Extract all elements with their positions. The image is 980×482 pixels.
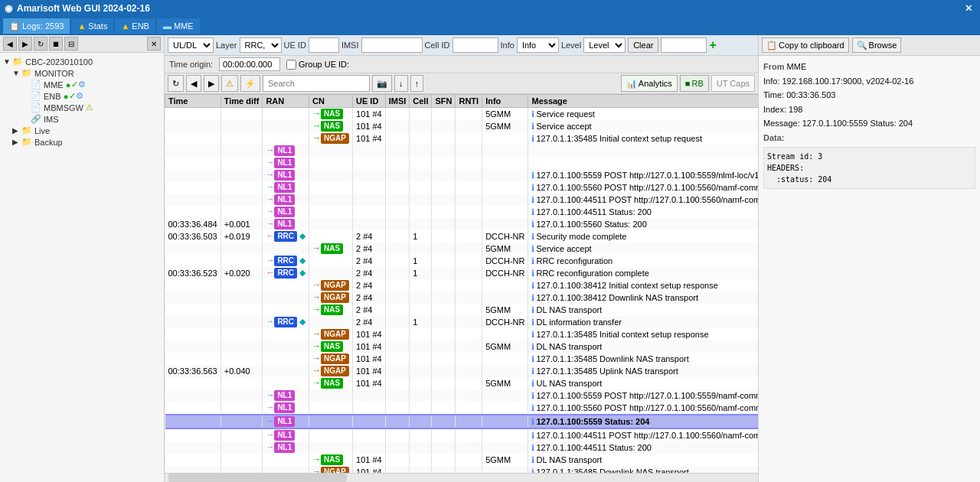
arrow-up-btn[interactable]: ↑ (410, 75, 424, 92)
table-row[interactable]: 00:33:36.503+0.019←RRC ◆2 #41DCCH-NRℹSec… (165, 230, 759, 243)
info-select[interactable]: Info (517, 37, 559, 53)
table-row[interactable]: →NAS101 #45GMMℹUL NAS transport (165, 377, 759, 389)
cell-ran (263, 279, 309, 291)
cell-id-input[interactable] (452, 37, 498, 53)
table-row[interactable]: →NAS2 #45GMMℹService accept (165, 243, 759, 255)
camera-btn[interactable]: 📷 (372, 75, 392, 92)
refresh-action-btn[interactable]: ↻ (168, 75, 184, 92)
clear-value-input[interactable] (661, 37, 707, 53)
alert-btn[interactable]: ⚡ (240, 75, 260, 92)
table-row[interactable]: →NGAP101 #4ℹ127.0.1.1:35485 Initial cont… (165, 328, 759, 340)
table-row[interactable]: 00:33:36.563+0.040→NGAP101 #4ℹ127.0.1.1:… (165, 365, 759, 377)
imsi-input[interactable] (361, 37, 423, 53)
next-btn[interactable]: ▶ (204, 75, 219, 92)
cell-ue-id: 2 #4 (353, 279, 386, 291)
sidebar-item-cbc[interactable]: ▼ 📁 CBC-2023010100 (0, 56, 164, 67)
collapse-btn[interactable]: ⊟ (64, 37, 78, 50)
cell-ue-id: 101 #4 (353, 454, 386, 466)
back-btn[interactable]: ◀ (3, 37, 17, 50)
table-row[interactable]: →NL1ℹ127.0.1.100:5560 POST http://127.0.… (165, 402, 759, 415)
table-row[interactable]: →NGAP101 #4ℹ127.0.1.1:35485 Downlink NAS… (165, 466, 759, 473)
cell-cell (410, 454, 432, 466)
analytics-btn[interactable]: 📊 Analytics (621, 75, 678, 92)
tab-logs[interactable]: 📋 Logs: 2593 (3, 18, 70, 34)
browse-btn[interactable]: 🔍 Browse (852, 37, 902, 53)
copy-to-clipboard-btn[interactable]: 📋 Copy to clipboard (762, 37, 849, 53)
cn-tag: NAS (321, 109, 343, 119)
info-icon: ℹ (531, 417, 534, 426)
table-row[interactable]: →NAS101 #45GMMℹDL NAS transport (165, 340, 759, 353)
group-ue-checkbox[interactable] (286, 60, 296, 70)
table-row[interactable]: 00:33:36.523+0.020←RRC ◆2 #41DCCH-NRℹRRC… (165, 267, 759, 279)
table-row[interactable]: →RRC ◆2 #41DCCH-NRℹDL information transf… (165, 316, 759, 328)
table-row[interactable]: →NAS2 #45GMMℹDL NAS transport (165, 304, 759, 316)
cell-ran (263, 340, 309, 353)
sidebar-item-mbmsgw[interactable]: 📄 MBMSGW ⚠ (0, 102, 164, 113)
table-row[interactable]: →NL1ℹ127.0.1.100:5559 Status: 204 (165, 415, 759, 428)
add-filter-btn[interactable]: + (709, 38, 716, 52)
cell-cn (309, 255, 353, 267)
arrow-down-btn[interactable]: ↓ (394, 75, 408, 92)
sidebar-item-enb[interactable]: 📄 ENB ● ✓ ⚙ (0, 90, 164, 102)
ut-caps-btn[interactable]: UT Caps (711, 75, 755, 92)
cell-imsi (385, 255, 410, 267)
table-row[interactable]: →NAS101 #45GMMℹService request (165, 108, 759, 121)
close-sidebar-btn[interactable]: ✕ (147, 37, 161, 50)
table-row[interactable]: →NAS101 #45GMMℹDL NAS transport (165, 454, 759, 466)
ue-id-input[interactable] (309, 37, 339, 53)
table-row[interactable]: →RRC ◆2 #41DCCH-NRℹRRC reconfiguration (165, 255, 759, 267)
cell-imsi (385, 389, 410, 402)
table-row[interactable]: →NL1ℹ127.0.1.100:44511 POST http://127.0… (165, 428, 759, 441)
table-row[interactable]: →NL1 (165, 157, 759, 169)
clear-btn[interactable]: Clear (628, 37, 658, 53)
table-row[interactable]: →NGAP101 #4ℹ127.0.1.1:35485 Downlink NAS… (165, 353, 759, 365)
layer-select[interactable]: RRC, (240, 37, 282, 53)
mode-select[interactable]: UL/DL (168, 37, 214, 53)
cell-rnti (456, 132, 482, 145)
cell-cn: →NAS (309, 243, 353, 255)
stop-btn[interactable]: ⏹ (49, 37, 63, 50)
cell-imsi (385, 377, 410, 389)
table-row[interactable]: →NGAP2 #4ℹ127.0.1.100:38412 Initial cont… (165, 279, 759, 291)
expand-icon: ▶ (12, 126, 21, 135)
cell-time (165, 428, 221, 441)
sidebar-item-ims[interactable]: 🔗 IMS (0, 113, 164, 125)
sidebar-item-mme[interactable]: 📄 MME ● ✓ ⚙ (0, 79, 164, 90)
table-row[interactable]: →NAS101 #45GMMℹService accept (165, 120, 759, 132)
table-row[interactable]: →NL1ℹ127.0.1.100:5559 POST http://127.0.… (165, 389, 759, 402)
cell-time-diff: +0.001 (220, 218, 263, 230)
cell-info: DCCH-NR (482, 316, 528, 328)
refresh-btn[interactable]: ↻ (34, 37, 47, 50)
tab-enb[interactable]: ▲ ENB (115, 18, 155, 34)
log-table[interactable]: Time Time diff RAN CN UE ID IMSI Cell SF… (165, 94, 758, 473)
rb-icon: ■ (685, 79, 691, 88)
sidebar-item-backup[interactable]: ▶ 📁 Backup (0, 136, 164, 148)
table-row[interactable]: 00:33:36.484+0.001→NL1ℹ127.0.1.100:5560 … (165, 218, 759, 230)
cell-time (165, 145, 221, 157)
sidebar-item-live[interactable]: ▶ 📁 Live (0, 125, 164, 136)
level-select[interactable]: Level (583, 37, 626, 53)
table-row[interactable]: →NL1ℹ127.0.1.100:44511 Status: 200 (165, 441, 759, 454)
cell-imsi (385, 206, 410, 218)
table-row[interactable]: →NL1ℹ127.0.1.100:44511 Status: 200 (165, 206, 759, 218)
table-row[interactable]: →NL1ℹ127.0.1.100:5559 POST http://127.0.… (165, 169, 759, 181)
tab-stats[interactable]: ▲ Stats (71, 18, 113, 34)
close-icon[interactable]: ✕ (962, 3, 975, 14)
prev-btn[interactable]: ◀ (186, 75, 201, 92)
cell-rnti (456, 206, 482, 218)
horizontal-scrollbar[interactable] (165, 473, 758, 482)
warning-btn[interactable]: ⚠ (221, 75, 238, 92)
rb-btn[interactable]: ■ RB (680, 75, 709, 92)
table-row[interactable]: →NL1ℹ127.0.1.100:5560 POST http://127.0.… (165, 181, 759, 194)
time-origin-input[interactable] (219, 57, 280, 71)
cell-cn (309, 169, 353, 181)
table-row[interactable]: →NL1ℹ127.0.1.100:44511 POST http://127.0… (165, 194, 759, 206)
table-row[interactable]: →NGAP101 #4ℹ127.0.1.1:35485 Initial cont… (165, 132, 759, 145)
tab-mme[interactable]: ▬ MME (157, 18, 200, 34)
table-row[interactable]: →NL1 (165, 145, 759, 157)
table-row[interactable]: →NGAP2 #4ℹ127.0.1.100:38412 Downlink NAS… (165, 291, 759, 304)
sidebar-item-monitor[interactable]: ▼ 📁 MONITOR (0, 67, 164, 79)
forward-btn[interactable]: ▶ (18, 37, 32, 50)
search-input[interactable] (263, 75, 370, 92)
info-icon: ℹ (531, 431, 534, 440)
